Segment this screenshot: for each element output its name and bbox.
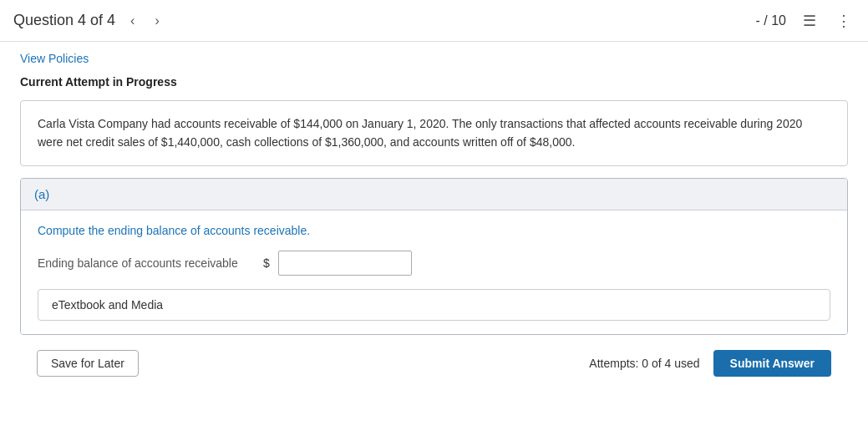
current-attempt-status: Current Attempt in Progress (20, 75, 848, 89)
more-options-button[interactable]: ⋮ (833, 8, 855, 33)
top-bar-left: Question 4 of 4 ‹ › (13, 10, 165, 32)
question-title: Question 4 of 4 (13, 12, 115, 29)
chevron-left-icon: ‹ (130, 13, 135, 28)
section-a-label: (a) (34, 187, 49, 201)
dollar-sign: $ (263, 256, 270, 270)
view-policies-link[interactable]: View Policies (20, 52, 89, 65)
content-area: View Policies Current Attempt in Progres… (0, 42, 868, 395)
more-icon: ⋮ (836, 13, 851, 29)
section-a-panel: (a) Compute the ending balance of accoun… (20, 178, 848, 335)
attempts-text: Attempts: 0 of 4 used (589, 357, 699, 370)
ending-balance-row: Ending balance of accounts receivable $ (38, 251, 830, 276)
section-a-header: (a) (21, 179, 847, 210)
next-question-button[interactable]: › (150, 10, 164, 32)
list-icon: ☰ (803, 13, 816, 29)
prev-question-button[interactable]: ‹ (125, 10, 140, 32)
bottom-bar: Save for Later Attempts: 0 of 4 used Sub… (20, 342, 848, 385)
score-display: - / 10 (756, 13, 786, 28)
chevron-right-icon: › (155, 13, 159, 28)
bottom-right: Attempts: 0 of 4 used Submit Answer (589, 350, 831, 377)
top-bar: Question 4 of 4 ‹ › - / 10 ☰ ⋮ (0, 0, 868, 42)
etextbook-media-bar: eTextbook and Media (38, 289, 830, 321)
submit-answer-button[interactable]: Submit Answer (713, 350, 831, 377)
ending-balance-input[interactable] (278, 251, 412, 276)
top-bar-right: - / 10 ☰ ⋮ (756, 8, 855, 33)
ending-balance-label: Ending balance of accounts receivable (38, 256, 255, 270)
question-text: Carla Vista Company had accounts receiva… (20, 100, 848, 166)
list-view-button[interactable]: ☰ (799, 8, 820, 33)
section-a-body: Compute the ending balance of accounts r… (21, 210, 847, 334)
save-for-later-button[interactable]: Save for Later (37, 350, 139, 377)
compute-instruction: Compute the ending balance of accounts r… (38, 224, 830, 237)
